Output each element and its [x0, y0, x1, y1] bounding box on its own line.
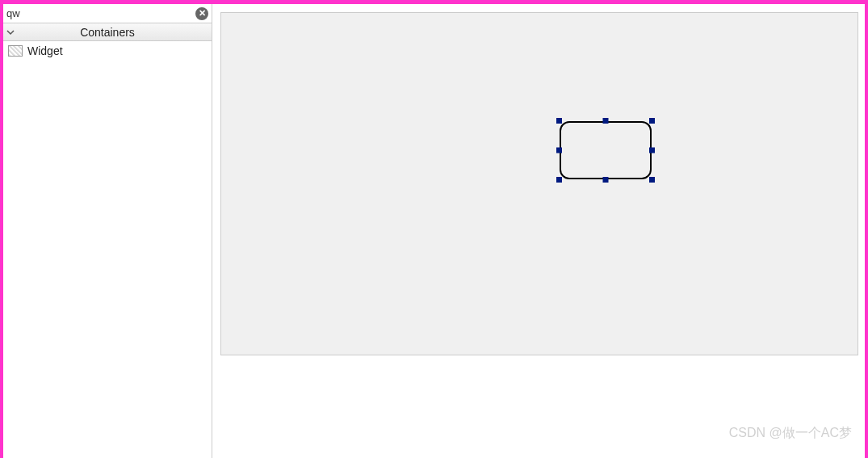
chevron-down-icon[interactable] — [3, 29, 18, 36]
resize-handle-bottom-left[interactable] — [556, 177, 562, 183]
section-title: Containers — [18, 26, 212, 39]
resize-handle-top-right[interactable] — [649, 118, 655, 124]
canvas-area — [212, 4, 865, 458]
resize-handle-top-left[interactable] — [556, 118, 562, 124]
resize-handle-bottom-center[interactable] — [603, 177, 609, 183]
palette-section-header[interactable]: Containers — [3, 23, 212, 41]
design-canvas[interactable] — [220, 12, 858, 355]
selected-widget[interactable] — [556, 118, 655, 183]
resize-handle-middle-left[interactable] — [556, 148, 562, 153]
resize-handle-top-center[interactable] — [603, 118, 609, 124]
widget-shape[interactable] — [560, 121, 652, 179]
resize-handle-middle-right[interactable] — [649, 148, 655, 153]
resize-handle-bottom-right[interactable] — [649, 177, 655, 183]
widget-icon — [8, 45, 23, 57]
